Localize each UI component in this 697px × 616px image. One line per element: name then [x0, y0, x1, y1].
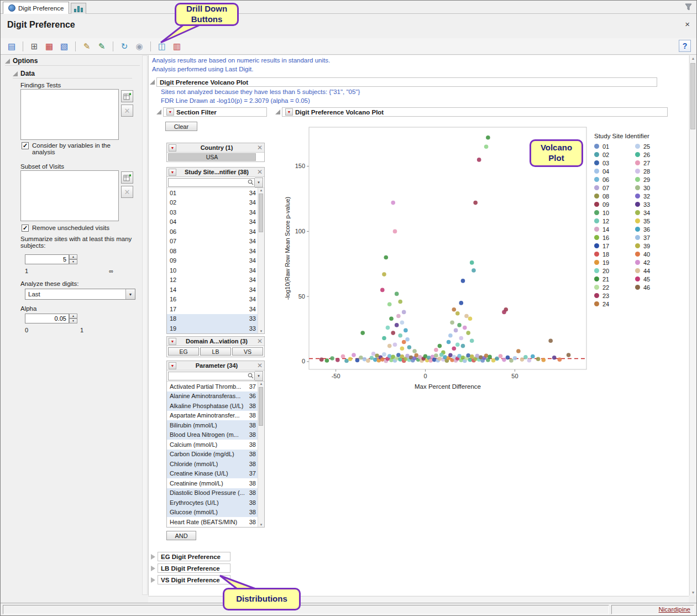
legend-item[interactable]: 03 [594, 159, 630, 166]
legend-item[interactable]: 27 [635, 159, 670, 166]
options-scrollbar[interactable] [142, 55, 148, 595]
help-button[interactable]: ? [679, 40, 691, 52]
options-outline[interactable]: Options [5, 56, 140, 66]
legend-item[interactable]: 12 [594, 217, 630, 225]
disclosure-closed-icon[interactable] [151, 554, 155, 560]
legend-item[interactable]: 10 [594, 209, 630, 216]
legend-item[interactable]: 32 [635, 192, 670, 200]
lb-digit-preference-section[interactable]: LB Digit Preference [158, 563, 230, 573]
legend-item[interactable]: 21 [594, 275, 630, 283]
consider-by-variables-checkbox[interactable]: ✓ Consider by variables in the analysis [22, 142, 125, 155]
legend-item[interactable]: 39 [635, 242, 670, 249]
legend-item[interactable]: 34 [635, 209, 670, 216]
scroll-down-icon[interactable]: ▼ [260, 523, 263, 526]
filter-list-item[interactable]: 0734 [167, 237, 264, 247]
parameter-filter-header[interactable]: ▼ Parameter (34) ✕ [167, 361, 264, 370]
red-triangle-menu-icon[interactable]: ▼ [166, 108, 174, 116]
domain-button-eg[interactable]: EG [168, 347, 199, 356]
filter-list-item[interactable]: Calcium (mmol/L)38 [167, 440, 264, 450]
filter-list-item[interactable]: Alkaline Phosphatase (U/L)38 [167, 401, 264, 411]
legend-item[interactable]: 45 [635, 275, 670, 283]
save-report-icon[interactable]: ▧ [57, 40, 71, 53]
scroll-down-icon[interactable]: ▼ [691, 591, 695, 594]
data-table-icon[interactable]: ⊞ [28, 40, 41, 53]
spin-up-icon[interactable]: ▲ [69, 314, 77, 319]
legend-item[interactable]: 18 [594, 250, 630, 258]
legend-item[interactable]: 02 [594, 151, 630, 158]
filter-list-item[interactable]: 1634 [167, 295, 264, 305]
site-list-scrollbar[interactable]: ▲ ▼ [258, 188, 264, 333]
findings-tests-listbox[interactable] [20, 89, 119, 140]
filter-list-item[interactable]: 0234 [167, 198, 264, 208]
remove-findings-test-button[interactable]: ✕ [121, 105, 133, 117]
filter-list-item[interactable]: Chloride (mmol/L)38 [167, 459, 264, 469]
spinner-arrows[interactable]: ▲▼ [69, 314, 77, 323]
legend-item[interactable]: 01 [594, 143, 630, 150]
filter-list-item[interactable]: Glucose (mmol/L)38 [167, 508, 264, 518]
legend-item[interactable]: 23 [594, 292, 630, 299]
domain-filter-header[interactable]: ▼ Domain A...viation (3) ✕ [167, 337, 264, 346]
filter-list-item[interactable]: Heart Rate (BEATS/MIN)38 [167, 517, 264, 527]
scrollbar-thumb[interactable] [690, 63, 695, 129]
filter-list-item[interactable]: 0634 [167, 227, 264, 237]
scroll-up-icon[interactable]: ▲ [691, 56, 695, 60]
legend-item[interactable]: 07 [594, 184, 630, 191]
remove-visit-button[interactable]: ✕ [121, 186, 133, 198]
red-triangle-menu-icon[interactable]: ▼ [169, 362, 176, 369]
legend-item[interactable]: 40 [635, 250, 670, 258]
clear-filter-button[interactable]: Clear [165, 122, 197, 131]
legend-item[interactable]: 09 [594, 201, 630, 208]
drill-down-table-icon[interactable]: ◫ [155, 40, 169, 53]
domain-button-lb[interactable]: LB [200, 347, 231, 356]
filter-list-item[interactable]: Aspartate Aminotransfer...38 [167, 411, 264, 421]
refresh-icon[interactable]: ↻ [118, 40, 131, 53]
legend-item[interactable]: 19 [594, 259, 630, 266]
legend-item[interactable]: 33 [635, 201, 670, 208]
remove-filter-icon[interactable]: ✕ [257, 144, 263, 152]
and-button[interactable]: AND [166, 531, 196, 540]
note-icon[interactable]: ✎ [80, 40, 93, 53]
tab-digit-preference[interactable]: Digit Preference [3, 2, 69, 14]
search-options-dropdown[interactable]: ▼ [255, 371, 263, 381]
vs-digit-preference-section[interactable]: VS Digit Preference [158, 575, 230, 584]
legend-item[interactable]: 36 [635, 226, 670, 233]
remove-filter-icon[interactable]: ✕ [257, 337, 263, 345]
filter-list-item[interactable]: Activated Partial Thromb...37 [167, 382, 264, 391]
legend-item[interactable]: 46 [635, 284, 670, 291]
site-search-input[interactable] [168, 178, 255, 187]
filter-list-item[interactable]: Blood Urea Nitrogen (m...38 [167, 430, 264, 440]
legend-item[interactable]: 44 [635, 267, 670, 274]
red-triangle-menu-icon[interactable]: ▼ [169, 144, 176, 152]
country-filter-header[interactable]: ▼ Country (1) ✕ [167, 143, 264, 153]
volcano-plot-header[interactable]: ▼ Digit Preference Volcano Plot [282, 107, 668, 117]
filter-list-item[interactable]: 0334 [167, 207, 264, 217]
tab-chart[interactable] [71, 3, 86, 14]
filter-list-item[interactable]: 1734 [167, 304, 264, 314]
filter-list-item[interactable]: Diastolic Blood Pressure (...38 [167, 488, 264, 498]
edit-script-icon[interactable]: ▤ [5, 40, 18, 53]
remove-filter-icon[interactable]: ✕ [257, 362, 263, 369]
subset-visits-listbox[interactable] [20, 170, 119, 221]
legend-item[interactable]: 26 [635, 151, 670, 158]
legend-item[interactable]: 35 [635, 217, 670, 225]
spin-up-icon[interactable]: ▲ [69, 254, 77, 259]
add-visit-button[interactable] [121, 171, 133, 184]
journal-icon[interactable]: ▦ [43, 40, 56, 53]
filter-list-item[interactable]: 1034 [167, 265, 264, 275]
legend-item[interactable]: 08 [594, 192, 630, 200]
close-icon[interactable]: × [685, 19, 690, 29]
search-options-dropdown[interactable]: ▼ [255, 178, 263, 187]
disclosure-open-icon[interactable] [13, 71, 18, 76]
data-outline[interactable]: Data [13, 69, 132, 79]
filter-list-item[interactable]: Creatine Kinase (U/L)37 [167, 469, 264, 479]
filter-list-item[interactable]: Alanine Aminotransferas...36 [167, 391, 264, 401]
legend-item[interactable]: 42 [635, 259, 670, 266]
eg-digit-preference-section[interactable]: EG Digit Preference [158, 552, 230, 561]
study-link[interactable]: Nicardipine [658, 606, 690, 613]
filter-list-item[interactable]: Carbon Dioxide (mg/dL)38 [167, 450, 264, 460]
scrollbar-thumb[interactable] [259, 387, 263, 426]
report-vertical-scrollbar[interactable]: ▲ ▼ [689, 55, 696, 596]
spinner-arrows[interactable]: ▲▼ [69, 254, 77, 264]
disclosure-open-icon[interactable] [150, 80, 155, 85]
drill-down-distribution-icon[interactable]: ▥ [170, 40, 184, 53]
